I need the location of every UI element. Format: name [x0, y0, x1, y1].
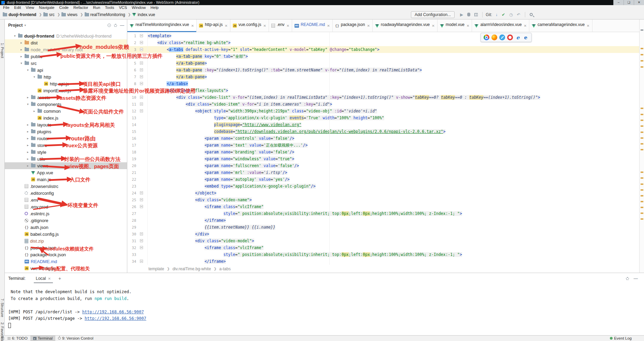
edge-icon[interactable]: e — [523, 35, 529, 40]
tree-item-views[interactable]: ▸views — [5, 162, 127, 169]
editor-tab-vue.config.js[interactable]: JSvue.config.js ✕ — [230, 19, 269, 32]
code-line-12[interactable]: 12 <object style="width:390px;height:219… — [127, 108, 639, 114]
chevron-right-icon[interactable]: ▸ — [25, 157, 31, 161]
stripe-mark[interactable] — [641, 201, 643, 202]
code-line-33[interactable]: 33 style=" position:absolute;visibility:… — [127, 251, 639, 258]
editor-tab-alarmVideos\index.vue[interactable]: alarmVideos\index.vue ✕ — [472, 19, 529, 32]
code-line-27[interactable]: 27 style=" position:absolute;visibility:… — [127, 210, 639, 217]
tree-item-auth.json[interactable]: {}auth.json — [5, 224, 127, 231]
code-line-25[interactable]: 25 <div class="video-name"> — [127, 196, 639, 203]
editor-tab-package.json[interactable]: {}package.json ✕ — [333, 19, 373, 32]
search-icon[interactable] — [530, 13, 533, 16]
close-icon[interactable]: ✕ — [191, 24, 194, 28]
stripe-mark[interactable] — [641, 108, 643, 109]
tree-item-dist[interactable]: ▸dist — [5, 39, 127, 46]
stripe-mark[interactable] — [641, 177, 643, 179]
chevron-down-icon[interactable]: ▾ — [24, 24, 26, 27]
tree-item-api[interactable]: ▾api — [5, 67, 127, 73]
tree-item-App.vue[interactable]: App.vue — [5, 169, 127, 176]
code-line-23[interactable]: 23 <embed type="application/x-google-vlc… — [127, 183, 639, 190]
editor-tab-realTimeMonitoring\index.vue[interactable]: realTimeMonitoring\index.vue ✕ — [127, 19, 197, 32]
stripe-mark[interactable] — [641, 218, 643, 220]
locate-file-icon[interactable] — [108, 24, 111, 27]
code-line-21[interactable]: 21 <param name='mrl' :value='i.rtsp'/> — [127, 169, 639, 176]
tree-item-.env[interactable]: .env — [5, 196, 127, 203]
tree-item-main.js[interactable]: JSmain.js — [5, 176, 127, 183]
maximize-button[interactable]: ❏ — [624, 0, 634, 5]
menu-file[interactable]: File — [1, 5, 12, 10]
chevron-right-icon[interactable]: ▸ — [25, 137, 31, 140]
tree-item-babel.config.js[interactable]: JSbabel.config.js — [5, 231, 127, 237]
chevron-right-icon[interactable]: ▸ — [18, 41, 25, 44]
editor-tab-http-api.js[interactable]: JShttp-api.js ✕ — [197, 19, 230, 32]
chevron-right-icon[interactable]: ▸ — [31, 109, 38, 113]
chevron-right-icon[interactable]: ▸ — [25, 130, 31, 133]
menu-vcs[interactable]: VCS — [116, 5, 129, 10]
statusbar-Event Log[interactable]: Event Log — [607, 336, 634, 341]
editor-tab-.env[interactable]: .env ✕ — [269, 19, 292, 32]
stripe-mark[interactable] — [641, 132, 643, 133]
tree-item-public[interactable]: ▸public — [5, 53, 127, 60]
code-line-4[interactable]: 4 <a-tab-pane key="0" tab="全部"> — [127, 53, 639, 60]
statusbar-9: Version Control[interactable]: 9: Version Control — [55, 336, 96, 341]
fold-icon[interactable] — [140, 246, 143, 249]
project-panel-header[interactable]: Project ▾ — — [5, 19, 127, 31]
terminal-tab-local[interactable]: Local ✕ — [33, 273, 54, 284]
chevron-right-icon[interactable]: ▸ — [25, 144, 31, 147]
error-stripe[interactable] — [639, 19, 644, 273]
chevron-down-icon[interactable]: ▾ — [25, 68, 31, 72]
code-line-1[interactable]: 1 <template> — [127, 32, 639, 39]
toolbar-button-0[interactable]: 7: Structure — [0, 294, 4, 322]
chevron-right-icon[interactable]: ▸ — [25, 164, 31, 167]
tree-item-README.md[interactable]: MDREADME.md — [5, 258, 127, 265]
stripe-mark[interactable] — [641, 120, 643, 121]
code-line-7[interactable]: 7 </a-tab-pane> — [127, 73, 639, 80]
tree-item-store[interactable]: ▸store — [5, 142, 127, 149]
editor-tab-roadwayManage\index.vue[interactable]: roadwayManage\index.vue ✕ — [373, 19, 438, 32]
close-icon[interactable]: ✕ — [587, 24, 589, 28]
breadcrumb-div.realTime.bg-white[interactable]: div.realTime.bg-white — [172, 267, 211, 271]
fold-icon[interactable] — [140, 191, 143, 194]
fold-icon[interactable] — [140, 68, 143, 71]
tree-item-components[interactable]: ▾components — [5, 101, 127, 108]
code-line-22[interactable]: 22 <param name='autoplay' value='yes'/> — [127, 176, 639, 183]
tree-item-layouts[interactable]: ▸layouts — [5, 121, 127, 128]
fold-icon[interactable] — [140, 82, 143, 85]
code-line-8[interactable]: 8 </a-tabs> — [127, 80, 639, 87]
fold-icon[interactable] — [140, 103, 143, 106]
editor-tab-model.vue[interactable]: model.vue ✕ — [438, 19, 472, 32]
hide-panel-icon[interactable]: — — [120, 23, 125, 28]
fold-icon[interactable] — [140, 260, 143, 263]
stripe-mark[interactable] — [641, 60, 643, 62]
breadcrumb-template[interactable]: template — [148, 267, 164, 271]
tree-item-dist.zip[interactable]: dist.zip — [5, 237, 127, 244]
breadcrumb-duoji-frontend[interactable]: duoji-frontend — [3, 12, 36, 17]
stripe-mark[interactable] — [641, 29, 643, 31]
tree-item-duoji-frontend[interactable]: ▾duoji-frontendD:\zheheWeb\duoji-fronten… — [5, 32, 127, 39]
breadcrumb-realTimeMonitoring[interactable]: realTimeMonitoring — [85, 12, 125, 17]
chevron-right-icon[interactable]: ▸ — [18, 48, 25, 51]
chevron-down-icon[interactable]: ▾ — [25, 103, 31, 106]
safari-icon[interactable] — [499, 35, 505, 40]
menu-view[interactable]: View — [23, 5, 37, 10]
code-line-26[interactable]: 26 <iframe class="vlcIframe" — [127, 203, 639, 210]
fold-icon[interactable] — [140, 48, 143, 51]
chrome-icon[interactable] — [484, 35, 489, 40]
tree-item-plugins[interactable]: ▸plugins — [5, 128, 127, 135]
stripe-mark[interactable] — [641, 114, 643, 115]
git-history-icon[interactable]: ◷ — [509, 12, 513, 17]
tree-item-package.json[interactable]: {}package.json — [5, 244, 127, 251]
breadcrumb-src[interactable]: src — [43, 12, 55, 17]
menu-navigate[interactable]: Navigate — [37, 5, 57, 10]
code-line-29[interactable]: 29 {{item.streetName}} {{i.name}} — [127, 224, 639, 231]
code-line-34[interactable]: 34 </iframe> — [127, 258, 639, 265]
code-line-30[interactable]: 30 </div> — [127, 231, 639, 237]
chevron-right-icon[interactable]: ▸ — [25, 123, 31, 126]
tree-item-importExcel.js[interactable]: JSimportExcel.js — [5, 87, 127, 94]
tree-item-.env.prod[interactable]: .env.prod — [5, 203, 127, 210]
firefox-icon[interactable] — [491, 35, 497, 40]
chevron-down-icon[interactable]: ▾ — [12, 34, 18, 38]
close-icon[interactable]: ✕ — [467, 24, 469, 28]
code-line-10[interactable]: 10 <div class="video-list" v-for="(item,… — [127, 94, 639, 101]
breadcrumb-a-tabs[interactable]: a-tabs — [219, 267, 231, 271]
